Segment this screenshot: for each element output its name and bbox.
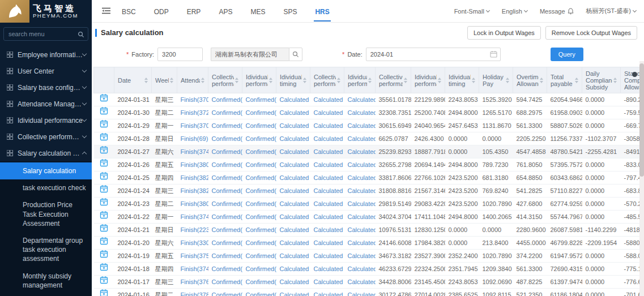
cell[interactable]: Confirmed(340 bbox=[208, 211, 242, 224]
cell[interactable]: Calculated bbox=[344, 289, 376, 296]
sidebar-subitem-monthly-subsidy-management[interactable]: Monthly subsidy management bbox=[0, 268, 92, 294]
row-calendar-icon[interactable] bbox=[100, 161, 108, 168]
cell[interactable]: Confirmed(175 bbox=[242, 237, 276, 250]
cell[interactable]: Calculated bbox=[344, 211, 376, 224]
row-calendar-icon[interactable] bbox=[100, 96, 108, 103]
cell[interactable]: Confirmed(308 bbox=[208, 119, 242, 132]
sort-icon[interactable] bbox=[235, 78, 238, 83]
cell[interactable]: Confirmed(66) bbox=[208, 132, 242, 145]
row-calendar-icon[interactable] bbox=[100, 187, 108, 194]
cell[interactable]: Calculated bbox=[344, 145, 376, 158]
cell[interactable]: Calculated bbox=[310, 106, 344, 119]
cell[interactable]: Calculated bbox=[344, 198, 376, 211]
cell[interactable]: Calculated bbox=[276, 158, 310, 171]
cell[interactable]: Calculated bbox=[344, 185, 376, 198]
cell[interactable]: Calculated bbox=[344, 224, 376, 237]
sort-icon[interactable] bbox=[144, 78, 148, 83]
sidebar-item-employee-information[interactable]: Employee information bbox=[0, 46, 92, 63]
row-calendar-icon[interactable] bbox=[100, 174, 108, 181]
sidebar-item-collective-performance[interactable]: Collective performance bbox=[0, 128, 92, 145]
cell[interactable]: Finish(380) bbox=[177, 198, 208, 211]
cell[interactable]: Calculated bbox=[276, 93, 310, 106]
column-header-idividual-timing[interactable]: Idividual timing bbox=[445, 67, 479, 93]
cell[interactable]: Confirmed(298 bbox=[208, 198, 242, 211]
sort-icon[interactable] bbox=[472, 78, 475, 83]
font-size-menu[interactable]: Font-Small bbox=[454, 8, 489, 15]
cell[interactable]: Calculated bbox=[310, 276, 344, 289]
cell[interactable]: Finish(374) bbox=[177, 145, 208, 158]
sort-icon[interactable] bbox=[613, 78, 617, 83]
column-header-idividual-performance[interactable]: Idividual performance bbox=[242, 67, 276, 93]
cell[interactable]: Calculated bbox=[276, 276, 310, 289]
cell[interactable]: Finish(380) bbox=[177, 158, 208, 171]
cell[interactable]: Calculated bbox=[344, 171, 376, 185]
cell[interactable]: Confirmed(121 bbox=[242, 224, 276, 237]
cell[interactable]: Calculated bbox=[276, 250, 310, 263]
row-calendar-icon[interactable] bbox=[100, 213, 108, 220]
cell[interactable]: Confirmed(242 bbox=[242, 132, 276, 145]
cell[interactable]: Calculated bbox=[276, 289, 310, 296]
cell[interactable]: Confirmed(315 bbox=[208, 185, 242, 198]
column-header-attendance[interactable]: Attendance bbox=[177, 67, 208, 93]
cell[interactable]: Finish(375) bbox=[177, 250, 208, 263]
cell[interactable]: Calculated bbox=[310, 289, 344, 296]
row-calendar-icon[interactable] bbox=[100, 226, 108, 233]
sort-icon[interactable] bbox=[575, 78, 578, 83]
cell[interactable]: Confirmed(252 bbox=[242, 106, 276, 119]
message-menu[interactable]: Message bbox=[540, 8, 574, 15]
language-menu[interactable]: English bbox=[502, 8, 527, 15]
remove-lock-output-wages-button[interactable]: Remove Lock Output Wages bbox=[545, 26, 637, 40]
column-header-idividual-timing[interactable]: Idividual timing bbox=[276, 67, 310, 93]
cell[interactable]: Calculated bbox=[310, 250, 344, 263]
sidebar-item-idividual-performance[interactable]: Idividual performance bbox=[0, 112, 92, 128]
vertical-scrollbar[interactable] bbox=[639, 61, 644, 296]
sort-icon[interactable] bbox=[303, 78, 306, 83]
cell[interactable]: Confirmed(301 bbox=[208, 289, 242, 296]
column-header-collective-performance[interactable]: Collective performance bbox=[310, 67, 344, 93]
sort-icon[interactable] bbox=[170, 78, 173, 83]
sort-icon[interactable] bbox=[404, 78, 407, 83]
cell[interactable]: Finish(330) bbox=[177, 237, 208, 250]
user-menu[interactable]: 杨丽芳(ST-盛泰) bbox=[586, 7, 636, 15]
sidebar-item-salary-base-configuration[interactable]: Salary base configuration bbox=[0, 79, 92, 96]
cell[interactable]: Finish(372) bbox=[177, 106, 208, 119]
row-calendar-icon[interactable] bbox=[100, 200, 108, 207]
cell[interactable]: Calculated bbox=[276, 132, 310, 145]
cell[interactable]: Confirmed(285 bbox=[242, 198, 276, 211]
column-header-total-payable[interactable]: Total payable bbox=[547, 67, 582, 93]
tab-bsc[interactable]: BSC bbox=[121, 1, 137, 22]
cell[interactable]: Confirmed(221 bbox=[242, 171, 276, 185]
column-header-standard-compliance-allowance[interactable]: Standard Compliance Allowance bbox=[621, 67, 640, 93]
cell[interactable]: Confirmed(221 bbox=[242, 93, 276, 106]
cell[interactable]: Calculated bbox=[310, 119, 344, 132]
column-header-daily-compliance-subsidy[interactable]: Daily Compliance Subsidy bbox=[582, 67, 621, 93]
column-header-collective-performance[interactable]: Collective performance bbox=[376, 67, 411, 93]
column-header-idividual-performance[interactable]: Idividual performance bbox=[411, 67, 445, 93]
tab-erp[interactable]: ERP bbox=[186, 1, 202, 22]
cell[interactable]: Calculated bbox=[344, 250, 376, 263]
cell[interactable]: Finish(69) bbox=[177, 132, 208, 145]
sort-icon[interactable] bbox=[438, 78, 441, 83]
tab-aps[interactable]: APS bbox=[217, 1, 233, 22]
tab-odp[interactable]: ODP bbox=[153, 1, 170, 22]
cell[interactable]: Finish(382) bbox=[177, 185, 208, 198]
sidebar-subitem-salary-calculation[interactable]: Salary calculation bbox=[0, 162, 92, 179]
sidebar-item-attendance-management[interactable]: Attendance Management bbox=[0, 96, 92, 112]
date-input[interactable] bbox=[366, 48, 501, 61]
cell[interactable]: Calculated bbox=[344, 106, 376, 119]
cell[interactable]: Confirmed(234 bbox=[242, 250, 276, 263]
factory-name-input[interactable] bbox=[211, 48, 289, 61]
cell[interactable]: Calculated bbox=[276, 145, 310, 158]
cell[interactable]: Finish(374) bbox=[177, 211, 208, 224]
sidebar-item-user-center[interactable]: User Center bbox=[0, 63, 92, 79]
sort-icon[interactable] bbox=[540, 78, 543, 83]
row-calendar-icon[interactable] bbox=[100, 291, 108, 296]
cell[interactable]: Calculated bbox=[310, 224, 344, 237]
sort-icon[interactable] bbox=[201, 78, 204, 83]
query-button[interactable]: Query bbox=[551, 48, 583, 61]
cell[interactable]: Confirmed(355 bbox=[208, 93, 242, 106]
cell[interactable]: Calculated bbox=[344, 119, 376, 132]
factory-code-input[interactable] bbox=[157, 48, 203, 61]
cell[interactable]: Calculated bbox=[310, 132, 344, 145]
cell[interactable]: Finish(376) bbox=[177, 276, 208, 289]
